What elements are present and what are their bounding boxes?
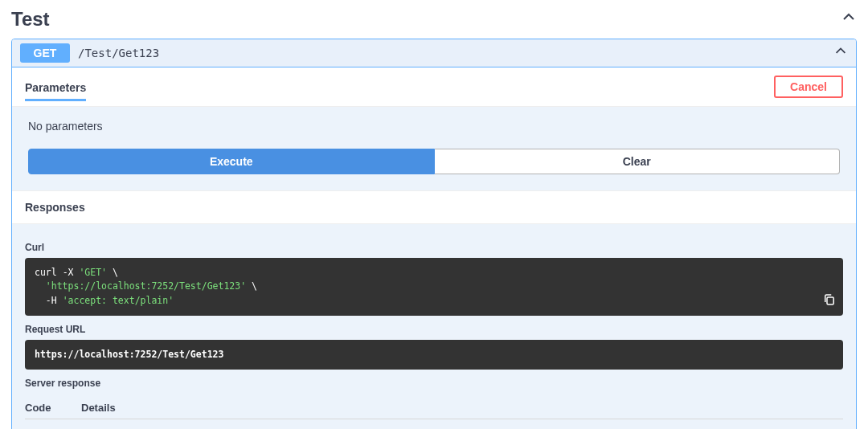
svg-rect-0 [827, 297, 833, 304]
responses-heading: Responses [12, 190, 856, 224]
endpoint-path: /Test/Get123 [78, 47, 159, 59]
collapse-endpoint-icon[interactable] [833, 44, 848, 62]
responses-body: Curl curl -X 'GET' \ 'https://localhost:… [12, 224, 856, 429]
details-column-header: Details [81, 402, 843, 414]
execute-button[interactable]: Execute [28, 149, 435, 174]
section-header: Test [0, 0, 868, 39]
response-row: 200 Response body 123 Download [25, 419, 843, 429]
request-url-value: https://localhost:7252/Test/Get123 [35, 349, 223, 360]
request-url-label: Request URL [25, 324, 843, 335]
no-parameters-text: No parameters [12, 107, 856, 149]
code-column-header: Code [25, 402, 81, 414]
parameters-bar: Parameters Cancel [12, 67, 856, 107]
endpoint-header[interactable]: GET /Test/Get123 [12, 39, 856, 67]
cancel-button[interactable]: Cancel [774, 76, 843, 98]
endpoint-panel: GET /Test/Get123 Parameters Cancel No pa… [11, 39, 857, 429]
curl-label: Curl [25, 242, 843, 253]
response-table-header: Code Details [25, 394, 843, 419]
request-url-block: https://localhost:7252/Test/Get123 [25, 340, 843, 370]
clear-button[interactable]: Clear [435, 149, 841, 174]
http-method-badge: GET [20, 43, 70, 63]
server-response-label: Server response [25, 378, 843, 389]
collapse-section-icon[interactable] [841, 10, 857, 29]
copy-curl-icon[interactable] [822, 292, 837, 311]
curl-code-block: curl -X 'GET' \ 'https://localhost:7252/… [25, 258, 843, 316]
page-title: Test [11, 8, 50, 31]
action-button-row: Execute Clear [12, 149, 856, 190]
parameters-tab[interactable]: Parameters [25, 81, 86, 101]
